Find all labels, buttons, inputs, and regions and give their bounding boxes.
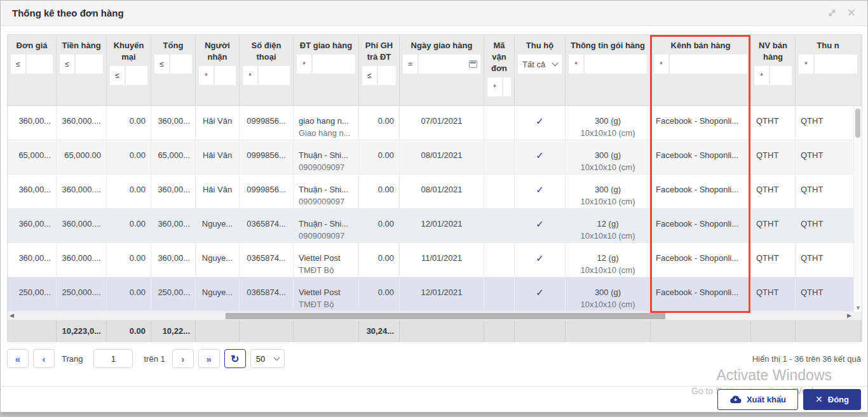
column-nv-ban-hang[interactable]: NV bán hàng*	[751, 35, 796, 105]
scroll-down-icon[interactable]: ▼	[855, 305, 861, 311]
filter-op-icon[interactable]: *	[799, 55, 813, 74]
cell-thong-tin-goi-hang: 12 (g)10x10x10 (cm)	[566, 243, 651, 277]
refresh-button[interactable]: ↻	[224, 349, 246, 368]
cell-don-gia: 360,00...	[8, 243, 57, 277]
resize-icon[interactable]	[827, 8, 837, 18]
column-thu-n[interactable]: Thu n*	[796, 35, 861, 105]
page-size-select[interactable]: 50	[250, 349, 285, 368]
filter-ngay-giao-hang: =	[403, 55, 480, 74]
filter-op-icon[interactable]: *	[569, 55, 583, 74]
cell-ma-van-don	[484, 277, 515, 311]
scroll-right-icon[interactable]: ▶	[847, 312, 851, 319]
filter-input-khuyen-mai[interactable]	[126, 66, 147, 85]
column-kenh-ban-hang[interactable]: Kênh bán hàng*	[651, 35, 751, 105]
filter-input-nguoi-nhan[interactable]	[215, 66, 236, 85]
filter-input-don-gia[interactable]	[27, 55, 53, 74]
filter-op-icon[interactable]: *	[487, 77, 502, 96]
table-row[interactable]: 65,000...65,000.000.0065,000...Hải Vân09…	[8, 140, 862, 175]
filter-op-icon[interactable]: ≤	[362, 66, 377, 85]
cell-text: 0.00	[130, 253, 146, 263]
column-tong[interactable]: Tổng≤	[151, 35, 196, 105]
filter-input-thu-n[interactable]	[815, 55, 857, 74]
table-row[interactable]: 360,00...360,000....0.00360,00...Nguye..…	[8, 243, 862, 277]
first-page-button[interactable]: «	[7, 349, 29, 368]
filter-input-so-dien-thoai[interactable]	[259, 66, 290, 85]
table-row[interactable]: 360,00...360,000....0.00360,00...Nguye..…	[8, 209, 862, 243]
export-button[interactable]: Xuất khẩu	[717, 389, 798, 410]
column-nguoi-nhan[interactable]: Người nhận*	[196, 35, 240, 105]
column-khuyen-mai[interactable]: Khuyến mại≤	[107, 35, 151, 105]
column-dt-giao-hang[interactable]: ĐT giao hàng*	[294, 35, 359, 105]
filter-input-nv-ban-hang[interactable]	[770, 66, 792, 85]
filter-input-thong-tin-goi-hang[interactable]	[585, 55, 647, 74]
cell-dt-giao-hang: Viettel PostTMĐT Bộ	[294, 277, 359, 311]
filter-dt-giao-hang: *	[297, 55, 355, 74]
cell-text: 12/01/2021	[421, 288, 462, 297]
column-ma-van-don[interactable]: Mã vận đơn*	[484, 35, 515, 105]
filter-input-ngay-giao-hang[interactable]	[419, 55, 469, 74]
cell-text: 0.00	[130, 219, 146, 228]
next-page-button[interactable]: ›	[172, 349, 194, 368]
page-number-input[interactable]	[93, 349, 133, 368]
table-row[interactable]: 360,00...360,000....0.00360,00...Hải Vân…	[8, 106, 862, 140]
table-row[interactable]: 250,00...250,000....0.00250,00...Nguye..…	[8, 277, 862, 312]
filter-phi-gh-tra-dt: ≤	[362, 66, 396, 85]
pager: « ‹ Trang trên 1 › » ↻ 50 Hiển thị 1 - 3…	[7, 345, 861, 372]
cell-nguoi-nhan: Hải Vân	[196, 175, 240, 208]
filter-op-icon[interactable]: *	[654, 55, 668, 74]
filter-input-ma-van-don[interactable]	[503, 77, 511, 96]
filter-tong: ≤	[154, 55, 192, 74]
cell-ngay-giao-hang: 12/01/2021	[400, 209, 484, 242]
filter-op-icon[interactable]: =	[403, 55, 417, 74]
horizontal-scrollbar[interactable]: ◀ ▶	[8, 312, 862, 321]
vertical-scrollbar[interactable]: ▼	[853, 106, 862, 312]
cell-text: 0.00	[130, 150, 146, 160]
filter-op-icon[interactable]: *	[297, 55, 311, 74]
last-page-button[interactable]: »	[198, 349, 220, 368]
cell-text: 0.00	[378, 288, 394, 297]
cell-text: QTHT	[801, 219, 823, 228]
filter-op-icon[interactable]: *	[199, 66, 214, 85]
column-don-gia[interactable]: Đơn giá≤	[8, 35, 57, 105]
column-thu-ho[interactable]: Thu hộTất cả	[515, 35, 566, 105]
close-button[interactable]: ✕ Đóng	[803, 389, 861, 410]
filter-select-thu-ho[interactable]: Tất cả	[518, 55, 562, 74]
cell-so-dien-thoai: 0365874...	[240, 277, 294, 311]
filter-op-icon[interactable]: ≤	[11, 55, 25, 74]
cell-line: Viettel Post	[299, 286, 353, 298]
close-icon[interactable]: ✕	[847, 8, 856, 18]
column-thong-tin-goi-hang[interactable]: Thông tin gói hàng*	[566, 35, 651, 105]
vertical-scrollbar-thumb[interactable]	[855, 109, 860, 138]
scroll-left-icon[interactable]: ◀	[10, 312, 14, 319]
filter-thu-ho: Tất cả	[518, 55, 562, 74]
cell-text: 0.00	[378, 150, 394, 160]
cell-khuyen-mai: 0.00	[107, 175, 151, 208]
filter-thong-tin-goi-hang: *	[569, 55, 647, 74]
table-row[interactable]: 360,00...360,000....0.00360,00...Hải Vân…	[8, 175, 862, 209]
refresh-icon: ↻	[231, 353, 239, 365]
column-phi-gh-tra-dt[interactable]: Phí GH trả ĐT≤	[359, 35, 400, 105]
filter-input-tien-hang[interactable]	[76, 55, 103, 74]
column-tien-hang[interactable]: Tiền hàng≤	[57, 35, 107, 105]
filter-op-icon[interactable]: ≤	[60, 55, 74, 74]
filter-input-tong[interactable]	[170, 55, 192, 74]
column-so-dien-thoai[interactable]: Số điện thoại*	[240, 35, 294, 105]
column-ngay-giao-hang[interactable]: Ngày giao hàng=	[400, 35, 484, 105]
check-icon: ✓	[536, 184, 544, 195]
cell-phi-gh-tra-dt: 0.00	[359, 175, 400, 208]
summary-cell-khuyen-mai: 0.00	[107, 321, 151, 342]
filter-input-dt-giao-hang[interactable]	[313, 55, 355, 74]
cell-thong-tin-goi-hang: 300 (g)10x10x10 (cm)	[566, 175, 651, 208]
cell-line: 0909009097	[299, 161, 353, 173]
filter-op-icon[interactable]: ≤	[154, 55, 169, 74]
cell-line: Thuận - Shi...	[299, 218, 353, 230]
filter-input-phi-gh-tra-dt[interactable]	[378, 66, 396, 85]
filter-op-icon[interactable]: *	[243, 66, 257, 85]
filter-input-kenh-ban-hang[interactable]	[670, 55, 747, 74]
filter-op-icon[interactable]: ≤	[110, 66, 125, 85]
filter-op-icon[interactable]: *	[754, 66, 769, 85]
cell-text: Facebook - Shoponli...	[656, 185, 738, 194]
cell-text: 360,000....	[62, 219, 101, 228]
previous-page-button[interactable]: ‹	[33, 349, 55, 368]
horizontal-scrollbar-thumb[interactable]	[226, 313, 665, 319]
